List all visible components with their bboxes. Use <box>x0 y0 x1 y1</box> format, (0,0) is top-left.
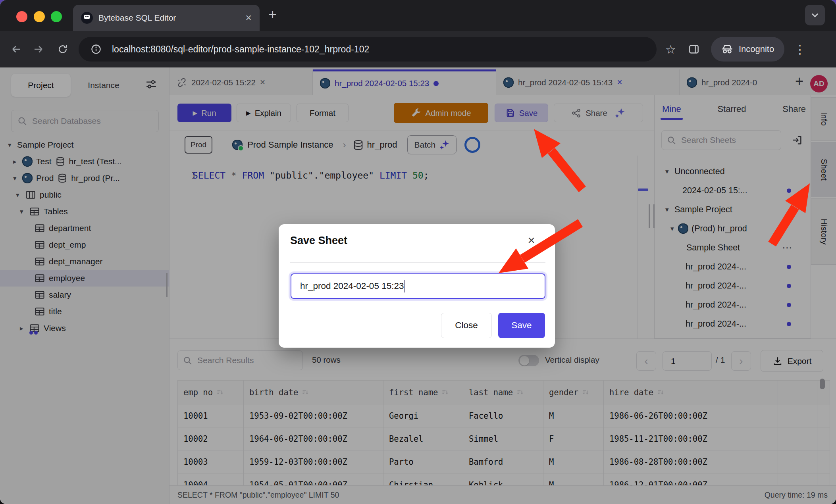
text-cursor <box>405 280 405 292</box>
browser-tab-title: Bytebase SQL Editor <box>98 13 240 23</box>
dialog-close-button[interactable]: Close <box>441 313 492 338</box>
browser-window: Bytebase SQL Editor × + localhost:8080/s… <box>0 0 836 504</box>
dialog-save-button[interactable]: Save <box>498 313 545 338</box>
forward-icon[interactable] <box>33 43 44 55</box>
browser-menu-icon[interactable]: ⋮ <box>794 42 806 56</box>
url-text: localhost:8080/sql-editor/prod-sample-in… <box>112 44 369 55</box>
side-panel-icon[interactable] <box>688 43 700 55</box>
save-sheet-dialog: Save Sheet × hr_prod 2024-02-05 15:23 Cl… <box>279 224 555 348</box>
window-zoom-button[interactable] <box>51 11 62 22</box>
sheet-name-value: hr_prod 2024-02-05 15:23 <box>300 281 404 291</box>
dialog-title: Save Sheet <box>290 235 347 247</box>
bytebase-favicon-icon <box>81 12 93 24</box>
window-minimize-button[interactable] <box>34 11 45 22</box>
browser-toolbar: localhost:8080/sql-editor/prod-sample-in… <box>0 31 836 67</box>
site-info-icon[interactable] <box>91 44 102 55</box>
dialog-close-icon[interactable]: × <box>528 233 535 248</box>
browser-tab[interactable]: Bytebase SQL Editor × <box>73 5 260 31</box>
incognito-label: Incognito <box>739 44 774 54</box>
browser-tab-close-icon[interactable]: × <box>245 13 252 23</box>
sheet-name-input[interactable]: hr_prod 2024-02-05 15:23 <box>291 273 545 299</box>
bookmark-star-icon[interactable]: ☆ <box>665 42 676 56</box>
incognito-icon <box>721 43 733 55</box>
address-bar[interactable]: localhost:8080/sql-editor/prod-sample-in… <box>79 37 657 62</box>
reload-icon[interactable] <box>57 44 68 55</box>
back-icon[interactable] <box>10 43 22 55</box>
sql-editor-page: Project Instance ▾ Sample Project ▸ Test… <box>0 67 836 504</box>
tab-search-chevron-button[interactable] <box>805 5 825 25</box>
browser-chrome: Bytebase SQL Editor × + localhost:8080/s… <box>0 0 836 67</box>
window-close-button[interactable] <box>16 11 27 22</box>
new-browser-tab-button[interactable]: + <box>268 6 277 23</box>
dialog-divider <box>290 262 545 263</box>
incognito-badge: Incognito <box>711 37 784 62</box>
